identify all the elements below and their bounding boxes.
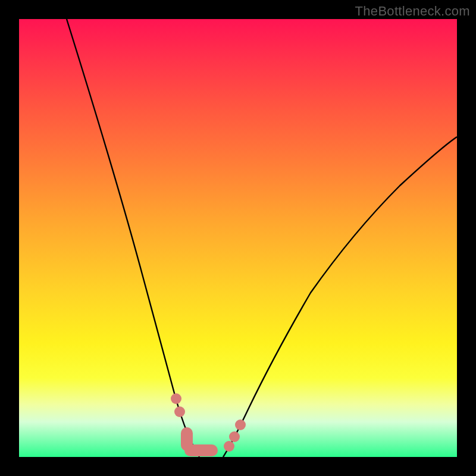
watermark-text: TheBottleneck.com	[355, 4, 470, 19]
gradient-plot-area	[19, 19, 457, 457]
left-dot-2	[174, 406, 185, 417]
left-curve	[67, 19, 199, 457]
left-dot-1	[171, 393, 181, 404]
right-dot-2	[229, 431, 240, 442]
left-elbow-marker	[181, 427, 193, 451]
right-dot-3	[235, 419, 246, 430]
right-dot-1	[224, 441, 234, 452]
right-curve	[223, 137, 457, 457]
chart-svg	[19, 19, 457, 457]
